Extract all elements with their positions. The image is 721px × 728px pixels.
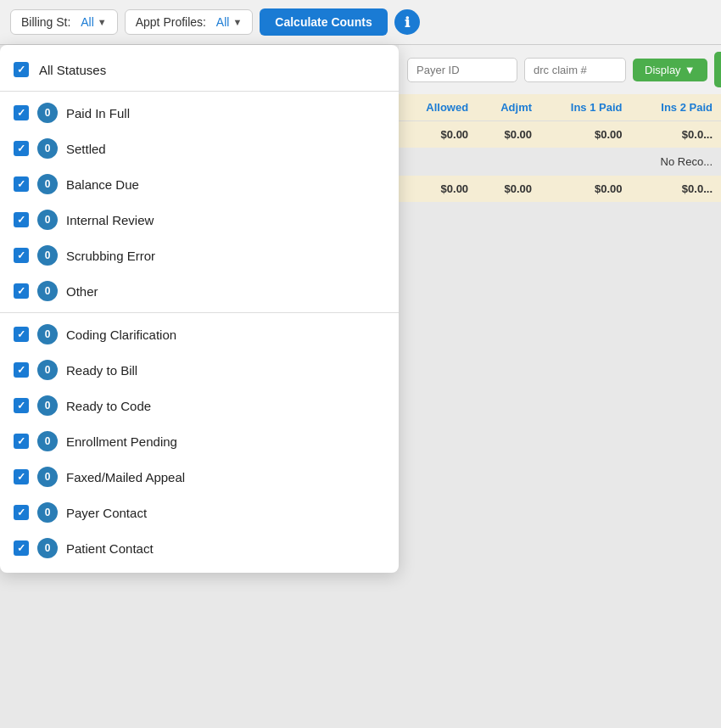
status-checkbox[interactable] [14,141,29,156]
status-checkbox[interactable] [14,212,29,227]
total-allowed: $0.00 [399,121,477,148]
bottom-total-ins1: $0.00 [540,176,630,203]
status-label: Faxed/Mailed Appeal [66,470,185,484]
table-row-top-total: $0.00 $0.00 $0.00 $0.0... [399,121,721,148]
appt-profiles-label: Appt Profiles: [136,15,206,29]
data-table: Allowed Adjmt Ins 1 Paid Ins 2 Paid $0.0… [399,94,721,203]
status-item[interactable]: 0Paid In Full [0,95,399,131]
status-item[interactable]: 0Faxed/Mailed Appeal [0,459,399,495]
drc-claim-input[interactable] [524,58,626,82]
status-label: Balance Due [66,177,139,192]
status-dropdown-panel: All Statuses 0Paid In Full0Settled0Balan… [0,45,399,573]
status-checkbox[interactable] [14,176,29,192]
status-badge: 0 [37,281,58,301]
status-item[interactable]: 0Payer Contact [0,495,399,530]
display-button[interactable]: Display ▼ [633,59,707,81]
table-row-bottom-total: $0.00 $0.00 $0.00 $0.0... [399,176,721,203]
status-badge: 0 [37,431,58,451]
status-badge: 0 [37,210,58,230]
status-item[interactable]: 0Other [0,273,399,309]
status-label: Internal Review [66,213,154,227]
schedule-button[interactable]: + Schedule [714,52,722,87]
billing-status-label: Billing St: [21,15,70,29]
billing-status-dropdown[interactable]: Billing St: All ▼ [10,9,118,35]
status-label: Enrollment Pending [66,434,177,449]
calculate-counts-button[interactable]: Calculate Counts [260,8,387,36]
status-checkbox[interactable] [14,398,29,413]
status-item[interactable]: 0Internal Review [0,202,399,238]
display-arrow-icon: ▼ [685,64,696,76]
status-checkbox[interactable] [14,327,29,342]
billing-status-value: All [81,15,94,29]
status-badge: 0 [37,502,58,523]
status-badge: 0 [37,103,58,123]
info-button[interactable]: ℹ [394,9,420,35]
table-area: Display ▼ + Schedule Allowed Adjmt Ins 1… [399,45,721,725]
status-item[interactable]: 0Coding Clarification [0,316,399,352]
status-badge: 0 [37,138,58,159]
status-label: Paid In Full [66,106,130,120]
no-records-text: No Reco... [399,148,721,176]
table-toolbar: Display ▼ + Schedule [399,45,721,94]
status-badge: 0 [37,174,58,194]
status-item[interactable]: 0Patient Contact [0,530,399,566]
status-checkbox[interactable] [14,105,29,120]
status-items-group1: 0Paid In Full0Settled0Balance Due0Intern… [0,95,399,309]
status-label: Ready to Bill [66,363,137,378]
total-ins2: $0.0... [631,121,721,148]
status-item[interactable]: 0Ready to Code [0,388,399,423]
status-checkbox[interactable] [14,540,29,556]
status-label: Coding Clarification [66,328,176,342]
total-ins1: $0.00 [540,121,630,148]
status-item[interactable]: 0Ready to Bill [0,352,399,388]
status-item[interactable]: 0Settled [0,131,399,166]
appt-profiles-arrow-icon: ▼ [232,17,242,27]
no-records-row: No Reco... [399,148,721,176]
status-checkbox[interactable] [14,362,29,378]
divider-top [0,91,399,92]
status-items-group2: 0Coding Clarification0Ready to Bill0Read… [0,316,399,566]
status-checkbox[interactable] [14,248,29,263]
payer-id-input[interactable] [407,58,517,82]
status-badge: 0 [37,538,58,558]
status-badge: 0 [37,360,58,380]
status-badge: 0 [37,245,58,266]
total-adjmt: $0.00 [477,121,540,148]
appt-profiles-dropdown[interactable]: Appt Profiles: All ▼ [125,9,254,35]
billing-status-arrow-icon: ▼ [98,17,107,27]
main-toolbar: Billing St: All ▼ Appt Profiles: All ▼ C… [0,0,721,45]
status-label: Payer Contact [66,506,147,520]
all-statuses-checkbox[interactable] [14,62,29,77]
status-label: Patient Contact [66,541,154,556]
appt-profiles-value: All [216,15,230,29]
status-label: Scrubbing Error [66,249,155,263]
all-statuses-row[interactable]: All Statuses [0,52,399,87]
status-badge: 0 [37,324,58,344]
col-allowed: Allowed [399,94,477,121]
status-label: Settled [66,142,106,156]
table-header-row: Allowed Adjmt Ins 1 Paid Ins 2 Paid [399,94,721,121]
status-checkbox[interactable] [14,505,29,520]
status-item[interactable]: 0Balance Due [0,166,399,202]
status-label: Ready to Code [66,399,151,413]
status-checkbox[interactable] [14,469,29,484]
divider-middle [0,312,399,313]
bottom-total-adjmt: $0.00 [477,176,540,203]
display-label: Display [645,64,681,76]
col-adjmt: Adjmt [477,94,540,121]
status-badge: 0 [37,467,58,487]
status-checkbox[interactable] [14,434,29,449]
status-badge: 0 [37,395,58,416]
col-ins2-paid: Ins 2 Paid [631,94,721,121]
bottom-total-ins2: $0.0... [631,176,721,203]
col-ins1-paid: Ins 1 Paid [540,94,630,121]
all-statuses-label: All Statuses [39,63,106,77]
status-item[interactable]: 0Scrubbing Error [0,238,399,273]
main-content: All Statuses 0Paid In Full0Settled0Balan… [0,45,721,725]
status-label: Other [66,284,98,299]
bottom-total-allowed: $0.00 [399,176,477,203]
status-item[interactable]: 0Enrollment Pending [0,423,399,459]
status-checkbox[interactable] [14,283,29,299]
